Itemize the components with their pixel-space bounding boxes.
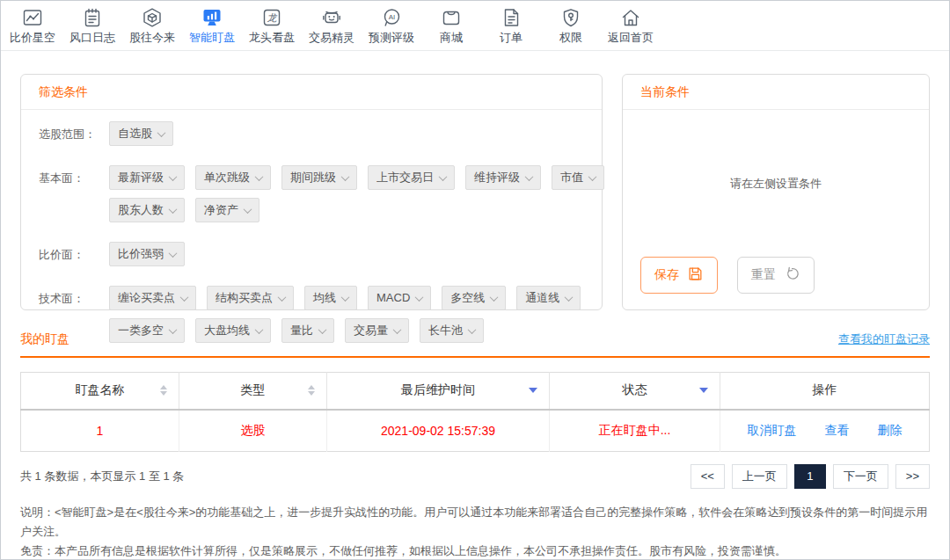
reset-button-label: 重置 [751, 267, 776, 283]
filter-chip-label: 股东人数 [118, 203, 164, 217]
filter-chip[interactable]: 通道线 [516, 286, 581, 310]
filter-chip[interactable]: 最新评级 [109, 165, 185, 190]
filter-row-label: 选股范围： [39, 121, 109, 142]
filter-chip-label: 长牛池 [428, 324, 463, 338]
note-line: 说明：<智能盯盘>是在<股往今来>的功能基础之上，进一步提升实战性的功能。用户可… [20, 503, 930, 542]
nav-item-label: 预测评级 [369, 31, 414, 44]
filter-row: 技术面：缠论买卖点结构买卖点均线MACD多空线通道线一类多空大盘均线量比交易量长… [39, 286, 584, 351]
filter-chip[interactable]: 均线 [304, 286, 357, 310]
action-link[interactable]: 查看 [825, 423, 850, 439]
cell-actions: 取消盯盘查看删除 [720, 410, 930, 452]
filter-chip-label: 缠论买卖点 [118, 291, 175, 305]
filter-chip[interactable]: 大盘均线 [195, 318, 271, 343]
sort-icon[interactable] [308, 385, 315, 396]
watch-table: 盯盘名称类型最后维护时间状态操作 1选股2021-09-02 15:57:39正… [20, 372, 930, 452]
filter-chip[interactable]: 缠论买卖点 [109, 286, 196, 310]
nav-item-home[interactable]: 返回首页 [601, 7, 661, 44]
column-header[interactable]: 最后维护时间 [327, 373, 550, 410]
filter-row: 选股范围：自选股 [39, 121, 584, 154]
reset-button[interactable]: 重置 [737, 257, 815, 294]
filter-row: 基本面：最新评级单次跳级期间跳级上市交易日维持评级市值股东人数净资产 [39, 165, 584, 230]
cell-name: 1 [21, 410, 179, 452]
column-header[interactable]: 盯盘名称 [21, 373, 179, 410]
nav-item-dragon-box[interactable]: 龙龙头看盘 [242, 7, 302, 44]
filter-chip[interactable]: 期间跳级 [281, 165, 357, 190]
action-link[interactable]: 取消盯盘 [748, 423, 797, 439]
column-header[interactable]: 操作 [720, 373, 930, 410]
note-line: 免责：本产品所有信息是根据软件计算所得，仅是策略展示，不做任何推荐，如根据以上信… [20, 542, 930, 560]
nav-item-shield-key[interactable]: 权限 [541, 7, 601, 44]
pager-next-button[interactable]: 下一页 [833, 464, 888, 489]
filter-chip-label: 一类多空 [118, 324, 164, 338]
filter-row-label: 技术面： [39, 286, 109, 307]
filter-chip[interactable]: 交易量 [345, 318, 409, 343]
nav-item-ai-head[interactable]: AI预测评级 [362, 7, 421, 44]
current-conditions-panel: 当前条件 请在左侧设置条件 保存 重置 [622, 74, 930, 310]
filter-chip-label: 单次跳级 [204, 171, 250, 185]
chevron-down-icon [278, 293, 287, 302]
filter-chip[interactable]: 维持评级 [465, 165, 541, 190]
filter-chip[interactable]: 上市交易日 [368, 165, 455, 190]
pager-first-button[interactable]: << [691, 464, 725, 489]
orange-divider [20, 356, 930, 358]
filter-chip[interactable]: 比价强弱 [109, 242, 185, 266]
order-doc-icon [501, 7, 522, 28]
filter-chip[interactable]: 量比 [281, 318, 334, 343]
filter-chip-label: MACD [376, 291, 410, 305]
chevron-down-icon [169, 325, 178, 334]
filter-caret-icon[interactable] [699, 388, 708, 393]
pager-prev-button[interactable]: 上一页 [732, 464, 787, 489]
filter-chip[interactable]: 长牛池 [420, 318, 484, 343]
shop-icon [441, 7, 462, 28]
filter-chip-label: 均线 [313, 291, 336, 305]
nav-item-label: 商城 [440, 31, 463, 44]
floppy-disk-icon [687, 265, 704, 285]
sort-icon[interactable] [160, 385, 167, 396]
nav-item-robot[interactable]: 交易精灵 [302, 7, 362, 44]
filter-chip-label: 大盘均线 [204, 324, 250, 338]
nav-item-monitor-chart[interactable]: 智能盯盘 [182, 7, 242, 44]
nav-item-label: 龙头看盘 [249, 31, 295, 44]
nav-item-order-doc[interactable]: 订单 [481, 7, 541, 44]
column-header[interactable]: 状态 [550, 373, 720, 410]
chevron-down-icon [341, 172, 350, 181]
filter-chip[interactable]: 结构买卖点 [207, 286, 294, 310]
column-header[interactable]: 类型 [179, 373, 327, 410]
action-link[interactable]: 删除 [878, 423, 902, 439]
monitor-chart-icon [201, 7, 223, 28]
home-icon [620, 7, 641, 28]
nav-item-label: 风口日志 [69, 31, 115, 44]
nav-item-shop[interactable]: 商城 [421, 7, 481, 44]
ai-head-icon: AI [381, 7, 402, 28]
filter-chip[interactable]: 一类多空 [109, 318, 185, 343]
filter-chip[interactable]: 多空线 [442, 286, 506, 310]
filter-chip-label: 交易量 [354, 324, 388, 338]
pagination: <<上一页1下一页>> [691, 464, 930, 489]
filter-chip-label: 期间跳级 [290, 171, 336, 185]
nav-item-scatter-chart[interactable]: 比价星空 [3, 7, 62, 44]
dragon-box-icon: 龙 [261, 7, 282, 28]
current-panel-title: 当前条件 [623, 75, 929, 110]
nav-item-cube[interactable]: 股往今来 [122, 7, 182, 44]
chevron-down-icon [525, 172, 534, 181]
filter-chip[interactable]: 单次跳级 [195, 165, 271, 190]
filter-chip[interactable]: 自选股 [109, 121, 173, 146]
filter-chip[interactable]: 净资产 [195, 198, 259, 222]
filter-caret-icon[interactable] [529, 388, 537, 393]
pager-page-button[interactable]: 1 [794, 464, 826, 489]
filter-chip[interactable]: 市值 [552, 165, 604, 190]
watch-section-title: 我的盯盘 [20, 331, 69, 347]
pager-last-button[interactable]: >> [895, 464, 930, 489]
filter-chip[interactable]: MACD [368, 286, 431, 310]
nav-item-label: 权限 [559, 31, 582, 44]
empty-conditions-hint: 请在左侧设置条件 [623, 176, 929, 192]
chevron-down-icon [180, 293, 189, 302]
nav-item-journal[interactable]: 风口日志 [62, 7, 122, 44]
save-button[interactable]: 保存 [640, 257, 718, 294]
watch-records-link[interactable]: 查看我的盯盘记录 [838, 331, 930, 347]
filter-panel: 筛选条件 选股范围：自选股基本面：最新评级单次跳级期间跳级上市交易日维持评级市值… [20, 74, 603, 310]
nav-item-label: 智能盯盘 [189, 31, 235, 44]
filter-chip[interactable]: 股东人数 [109, 198, 185, 222]
filter-row: 比价面：比价强弱 [39, 242, 584, 274]
cube-icon [142, 7, 163, 28]
